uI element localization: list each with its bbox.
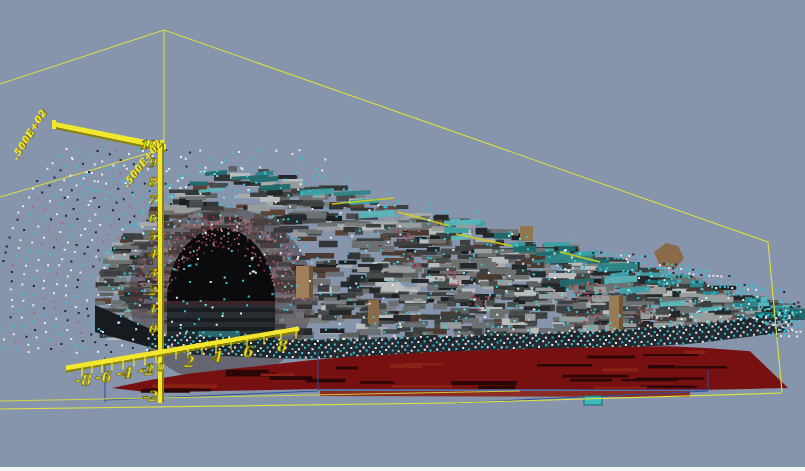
z-axis-tick-label: 1 bbox=[148, 302, 156, 316]
origin-label: -2 bbox=[141, 388, 158, 404]
origin-label: -1 bbox=[141, 362, 154, 375]
z-axis-tick-label: 5 bbox=[148, 229, 157, 243]
bottom-margin bbox=[0, 467, 805, 471]
3d-model-viewport[interactable]: 109876543210-8-6-4-22468-10-2 .500E+02 .… bbox=[0, 0, 805, 471]
cyan-marker-box bbox=[584, 396, 602, 405]
scene-canvas: 109876543210-8-6-4-22468-10-2 bbox=[0, 0, 805, 471]
x-axis-tick-label: 4 bbox=[211, 348, 222, 366]
x-axis-tick-label: -6 bbox=[94, 368, 112, 386]
x-axis-tick-label: 2 bbox=[183, 353, 195, 371]
x-axis-tick-label: 6 bbox=[242, 343, 254, 361]
x-axis-tick-label: -4 bbox=[115, 364, 132, 382]
z-axis-tick-label: 4 bbox=[148, 247, 157, 261]
x-axis-tick-label: 8 bbox=[276, 337, 288, 355]
x-axis-tick-label: -8 bbox=[74, 371, 92, 389]
origin-label: 0 bbox=[156, 361, 165, 374]
